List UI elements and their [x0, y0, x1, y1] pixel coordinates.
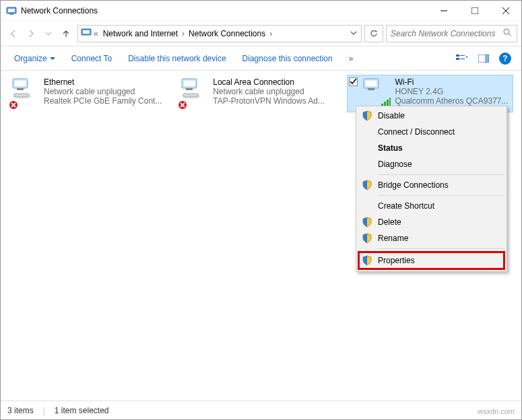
- connection-name: Wi-Fi: [395, 77, 508, 87]
- window-title: Network Connections: [21, 6, 428, 15]
- connection-ethernet[interactable]: Ethernet Network cable unplugged Realtek…: [9, 75, 178, 112]
- search-input[interactable]: [391, 29, 503, 38]
- ctx-disable[interactable]: Disable: [358, 108, 505, 124]
- up-button[interactable]: [57, 25, 75, 42]
- chevron-right-icon[interactable]: ›: [269, 29, 272, 38]
- minimize-button[interactable]: [428, 1, 459, 21]
- preview-pane-button[interactable]: [474, 49, 493, 68]
- diagnose-connection-button[interactable]: Diagnose this connection: [236, 50, 339, 67]
- svg-rect-12: [456, 58, 459, 60]
- connection-device: Qualcomm Atheros QCA9377...: [395, 96, 508, 106]
- connect-to-button[interactable]: Connect To: [65, 50, 119, 67]
- ctx-properties[interactable]: Properties: [358, 251, 505, 270]
- svg-rect-18: [15, 81, 26, 86]
- svg-rect-21: [14, 94, 29, 97]
- help-button[interactable]: ?: [496, 49, 515, 68]
- svg-rect-27: [183, 94, 198, 97]
- app-icon: [6, 5, 17, 16]
- connection-name: Local Area Connection: [213, 77, 325, 87]
- shield-icon: [362, 255, 372, 266]
- status-bar: 3 items | 1 item selected: [1, 400, 521, 419]
- breadcrumb-network-connections[interactable]: Network Connections: [186, 28, 268, 40]
- svg-rect-16: [485, 55, 489, 63]
- connection-local-area[interactable]: Local Area Connection Network cable unpl…: [178, 75, 347, 112]
- shield-icon: [362, 110, 372, 121]
- status-separator: |: [43, 406, 45, 415]
- svg-rect-30: [366, 81, 377, 86]
- svg-point-9: [504, 29, 509, 34]
- ctx-separator: [378, 174, 504, 175]
- back-button[interactable]: [5, 25, 22, 42]
- connection-name: Ethernet: [44, 77, 162, 87]
- ctx-create-shortcut[interactable]: Create Shortcut: [358, 198, 505, 214]
- svg-rect-11: [456, 55, 459, 57]
- connection-device: TAP-ProtonVPN Windows Ad...: [213, 96, 325, 106]
- lan-icon: [178, 77, 210, 110]
- forward-button[interactable]: [22, 25, 40, 42]
- error-x-icon: [9, 100, 18, 110]
- svg-rect-24: [184, 81, 195, 86]
- svg-rect-8: [83, 30, 90, 34]
- svg-rect-25: [186, 88, 193, 90]
- disable-device-button[interactable]: Disable this network device: [121, 50, 232, 67]
- nav-bar: « Network and Internet › Network Connect…: [1, 21, 521, 46]
- close-button[interactable]: [490, 1, 521, 21]
- title-bar: Network Connections: [1, 1, 521, 21]
- shield-icon: [362, 217, 372, 228]
- ctx-rename[interactable]: Rename: [358, 230, 505, 246]
- svg-rect-19: [17, 88, 24, 90]
- address-dropdown-icon[interactable]: [350, 29, 357, 38]
- wifi-icon: [360, 77, 392, 110]
- shield-icon: [362, 180, 372, 190]
- more-commands-button[interactable]: »: [342, 50, 360, 67]
- chevron-right-icon[interactable]: ›: [182, 29, 185, 38]
- view-options-button[interactable]: [453, 49, 471, 68]
- ctx-status[interactable]: Status: [358, 140, 505, 156]
- selection-checkbox[interactable]: [349, 77, 358, 86]
- error-x-icon: [178, 100, 187, 110]
- shield-icon: [362, 233, 372, 244]
- svg-rect-1: [8, 9, 15, 12]
- status-selected-count: 1 item selected: [55, 406, 109, 415]
- svg-rect-2: [9, 13, 13, 15]
- recent-chevron[interactable]: [40, 25, 57, 42]
- organize-button[interactable]: Organize: [7, 50, 62, 67]
- search-icon: [503, 28, 513, 39]
- breadcrumb-network-internet[interactable]: Network and Internet: [100, 28, 181, 40]
- ctx-separator: [378, 195, 504, 196]
- connection-status: Network cable unplugged: [213, 87, 325, 96]
- ctx-bridge[interactable]: Bridge Connections: [358, 177, 505, 193]
- ctx-diagnose[interactable]: Diagnose: [358, 156, 505, 172]
- ctx-separator: [378, 248, 504, 249]
- breadcrumb-sep: «: [94, 29, 98, 38]
- search-box[interactable]: [386, 25, 517, 42]
- svg-line-10: [509, 34, 511, 36]
- connection-device: Realtek PCIe GbE Family Cont...: [44, 96, 162, 106]
- address-bar[interactable]: « Network and Internet › Network Connect…: [77, 25, 362, 42]
- ctx-delete[interactable]: Delete: [358, 214, 505, 230]
- ethernet-icon: [9, 77, 41, 110]
- ctx-connect-disconnect[interactable]: Connect / Disconnect: [358, 124, 505, 140]
- context-menu: Disable Connect / Disconnect Status Diag…: [356, 106, 507, 272]
- content-area: Ethernet Network cable unplugged Realtek…: [1, 71, 521, 400]
- watermark: wsxdn.com: [478, 407, 515, 415]
- maximize-button[interactable]: [459, 1, 490, 21]
- connection-status: HONEY 2.4G: [395, 87, 508, 96]
- status-item-count: 3 items: [7, 406, 34, 415]
- svg-rect-14: [460, 59, 465, 59]
- svg-rect-4: [471, 7, 478, 14]
- command-bar: Organize Connect To Disable this network…: [1, 46, 521, 71]
- refresh-button[interactable]: [364, 25, 383, 42]
- svg-rect-31: [368, 88, 374, 90]
- connection-status: Network cable unplugged: [44, 87, 162, 96]
- control-panel-icon: [81, 27, 92, 40]
- svg-rect-13: [460, 55, 465, 56]
